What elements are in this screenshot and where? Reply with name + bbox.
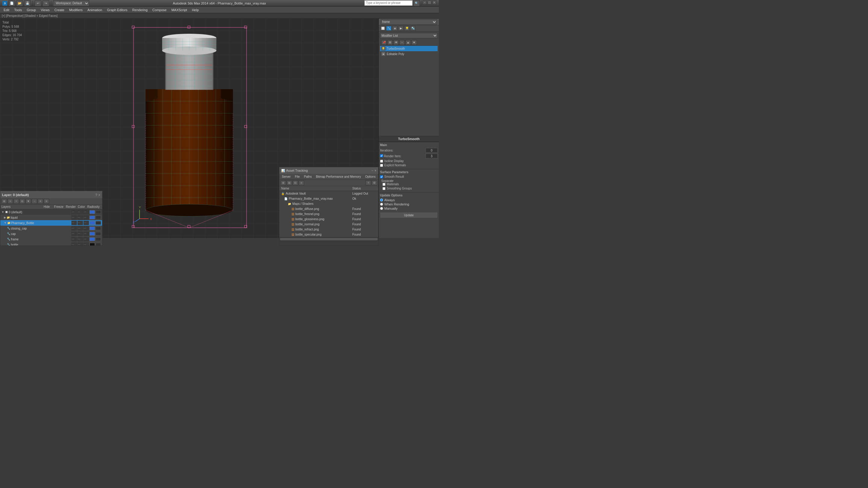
layer-hide-0[interactable]: — — [71, 210, 77, 214]
modifier-list-dropdown[interactable]: Modifier List — [380, 33, 438, 38]
close-btn[interactable]: × — [432, 0, 436, 4]
layer-hide-1[interactable]: — — [71, 216, 77, 220]
layers-tb-0[interactable]: ⊕ — [1, 199, 7, 204]
layers-close-btn[interactable]: × — [98, 193, 100, 197]
layer-freeze-2[interactable]: — — [78, 221, 83, 225]
render-iters-check[interactable] — [380, 154, 383, 157]
layers-tb-5[interactable]: → — [32, 199, 37, 204]
layer-render-2[interactable]: — — [84, 221, 89, 225]
layers-tb-7[interactable]: ≡ — [44, 199, 49, 204]
menu-help[interactable]: Help — [190, 7, 201, 12]
asset-row-maxfile[interactable]: 📄 Pharmacy_Bottle_max_vray.max Ok — [279, 196, 378, 201]
layer-radio-3[interactable] — [96, 227, 101, 230]
layers-tb-1[interactable]: × — [7, 199, 13, 204]
modifier-turbosmooth[interactable]: 💡 TurboSmooth — [380, 46, 438, 51]
asset-row-fresnel[interactable]: 🖼 bottle_fresnel.png Found — [279, 212, 378, 217]
menu-animation[interactable]: Animation — [85, 7, 104, 12]
menu-group[interactable]: Group — [24, 7, 38, 12]
tab-display[interactable]: ⬜ — [380, 26, 385, 31]
layer-row-closing-cap[interactable]: 🔧 closing_cap — — — — [0, 226, 102, 231]
tb-redo[interactable]: ↪ — [42, 0, 49, 6]
menu-tools[interactable]: Tools — [12, 7, 24, 12]
mod-show-btn[interactable]: 👁 — [393, 40, 399, 45]
always-radio[interactable] — [380, 198, 383, 201]
layer-color-4[interactable] — [90, 232, 95, 235]
layer-freeze-1[interactable]: — — [78, 216, 83, 220]
minimize-btn[interactable]: − — [423, 0, 427, 4]
layer-row-bottle[interactable]: 🔧 bottle — — — — [0, 242, 102, 246]
iterations-input[interactable] — [426, 148, 438, 153]
asset-row-vault[interactable]: 🔒 Autodesk Vault Logged Out — [279, 191, 378, 196]
layers-help-btn[interactable]: ? — [95, 193, 97, 197]
mod-configure-btn[interactable]: ⚙ — [387, 40, 393, 45]
layer-hide-3[interactable]: — — [71, 226, 77, 230]
layer-render-3[interactable]: — — [84, 226, 89, 230]
mod-move-up-btn[interactable]: ▲ — [405, 40, 411, 45]
when-rendering-radio[interactable] — [380, 203, 383, 206]
asset-help-btn[interactable]: ? — [366, 181, 371, 185]
asset-tb-3[interactable]: ≡ — [299, 181, 304, 185]
tab-motion[interactable]: ▶ — [398, 26, 404, 31]
layer-render-5[interactable]: — — [84, 237, 89, 241]
menu-rendering[interactable]: Rendering — [130, 7, 150, 12]
menu-modifiers[interactable]: Modifiers — [67, 7, 85, 12]
layers-tb-6[interactable]: ≡ — [38, 199, 43, 204]
mod-pin-btn[interactable]: 📌 — [381, 40, 387, 45]
asset-row-diffuse[interactable]: 🖼 bottle_diffuse.png Found — [279, 206, 378, 212]
asset-row-normal[interactable]: 🖼 bottle_normal.png Found — [279, 222, 378, 227]
tab-utilities[interactable]: 🔩 — [410, 26, 415, 31]
layer-color-0[interactable] — [90, 210, 95, 214]
modifier-editable-poly[interactable]: ◈ Editable Poly — [380, 51, 438, 57]
tb-new[interactable]: 📄 — [8, 0, 15, 6]
mod-remove-btn[interactable]: − — [399, 40, 405, 45]
isoline-check[interactable] — [380, 160, 383, 163]
workspace-select[interactable]: Workspace: Default — [53, 0, 89, 6]
layer-color-1[interactable] — [90, 216, 95, 219]
menu-graph-editors[interactable]: Graph Editors — [104, 7, 130, 12]
tab-hierarchy[interactable]: ◈ — [392, 26, 398, 31]
tb-open[interactable]: 📂 — [16, 0, 23, 6]
asset-settings-btn[interactable]: ⚙ — [372, 181, 377, 185]
layer-row-cap[interactable]: 🔧 cap — — — — [0, 231, 102, 236]
layers-tb-4[interactable]: ▼ — [26, 199, 31, 204]
layer-radio-6[interactable] — [96, 243, 101, 246]
tb-save[interactable]: 💾 — [24, 0, 31, 6]
update-button[interactable]: Update — [380, 212, 438, 218]
layer-row-frame[interactable]: 🔧 frame — — — — [0, 236, 102, 242]
layer-render-6[interactable]: — — [84, 242, 89, 246]
smoothing-groups-check[interactable] — [382, 187, 385, 190]
explicit-normals-check[interactable] — [380, 164, 383, 167]
asset-menu-options[interactable]: Options — [364, 174, 377, 179]
asset-scrollbar[interactable] — [279, 237, 378, 241]
layers-tb-3[interactable]: ⊖ — [20, 199, 25, 204]
tab-modify[interactable]: 🔧 — [386, 26, 392, 31]
layer-hide-4[interactable]: — — [71, 232, 77, 236]
layer-hide-2[interactable]: — — [71, 221, 77, 225]
smooth-result-check[interactable] — [380, 175, 383, 178]
layer-hide-5[interactable]: — — [71, 237, 77, 241]
tab-display2[interactable]: 💡 — [404, 26, 410, 31]
asset-close-btn[interactable]: × — [375, 169, 376, 172]
manually-radio[interactable] — [380, 207, 383, 210]
layer-row-liquid[interactable]: ▶ 📁 liquid — — — — [0, 215, 102, 220]
render-iters-input[interactable] — [426, 154, 438, 158]
layer-render-4[interactable]: — — [84, 232, 89, 236]
layer-radio-2[interactable] — [96, 221, 101, 225]
asset-row-maps[interactable]: 📁 Maps / Shaders — [279, 201, 378, 206]
frame-dropdown[interactable]: frame — [381, 19, 437, 25]
mod-move-down-btn[interactable]: ▼ — [411, 40, 417, 45]
asset-row-glossiness[interactable]: 🖼 bottle_glossiness.png Found — [279, 217, 378, 222]
layer-hide-6[interactable]: — — [71, 242, 77, 246]
layer-radio-4[interactable] — [96, 232, 101, 235]
layers-tb-2[interactable]: + — [13, 199, 19, 204]
asset-row-specular[interactable]: 🖼 bottle_specular.png Found — [279, 232, 378, 237]
menu-edit[interactable]: Edit — [1, 7, 12, 12]
layer-color-5[interactable] — [90, 237, 95, 241]
layer-freeze-0[interactable]: — — [78, 210, 83, 214]
layer-freeze-5[interactable]: — — [78, 237, 83, 241]
menu-views[interactable]: Views — [38, 7, 52, 12]
asset-menu-bitmap[interactable]: Bitmap Performance and Memory — [315, 174, 362, 179]
asset-menu-server[interactable]: Server — [281, 174, 292, 179]
layer-render-1[interactable]: — — [84, 216, 89, 220]
layer-freeze-6[interactable]: — — [78, 242, 83, 246]
